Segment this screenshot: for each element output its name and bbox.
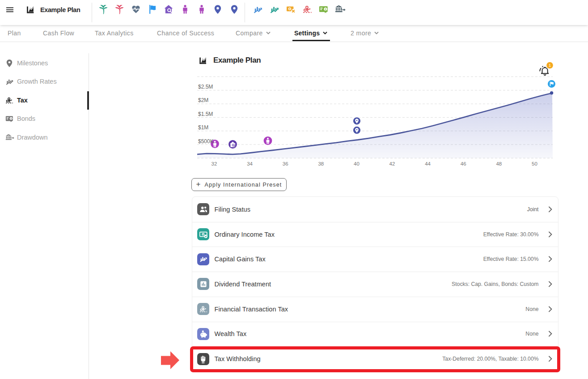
svg-text:1: 1 xyxy=(549,63,551,68)
